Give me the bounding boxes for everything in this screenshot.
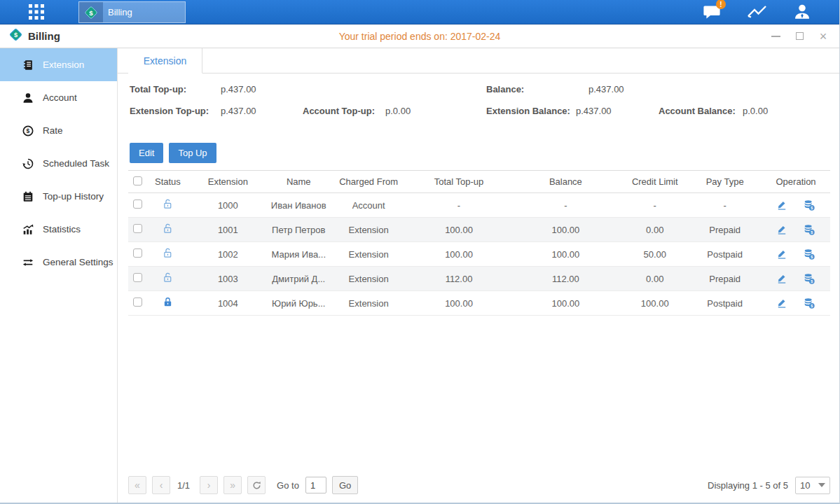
page-indicator: 1/1 bbox=[177, 480, 190, 491]
user-account-icon[interactable] bbox=[790, 2, 814, 22]
topup-coins-icon[interactable]: $ bbox=[803, 272, 815, 285]
cell-total-topup: 100.00 bbox=[408, 249, 510, 260]
dollar-circle-icon: $ bbox=[21, 125, 35, 137]
prev-page-button[interactable]: ‹ bbox=[152, 476, 170, 494]
go-button[interactable]: Go bbox=[332, 476, 358, 494]
col-balance: Balance bbox=[509, 176, 621, 187]
row-checkbox[interactable] bbox=[133, 298, 142, 307]
row-checkbox[interactable] bbox=[133, 273, 142, 282]
notification-badge: ! bbox=[716, 0, 726, 9]
lock-open-icon bbox=[148, 247, 188, 261]
topup-coins-icon[interactable]: $ bbox=[803, 223, 815, 236]
sidebar-item-statistics[interactable]: Statistics bbox=[0, 213, 117, 246]
close-button[interactable]: × bbox=[817, 30, 829, 43]
minimize-button[interactable] bbox=[769, 30, 782, 43]
refresh-icon bbox=[252, 480, 262, 491]
notepad-icon bbox=[21, 190, 35, 203]
edit-pencil-icon[interactable] bbox=[776, 298, 787, 309]
messages-icon[interactable]: ! bbox=[701, 2, 724, 22]
edit-pencil-icon[interactable] bbox=[776, 224, 787, 235]
window-titlebar: $ Billing Your trial period ends on: 201… bbox=[0, 24, 839, 48]
cell-extension: 1000 bbox=[188, 200, 268, 211]
cell-name: Иван Иванов bbox=[268, 200, 329, 211]
balance-summary: Total Top-up: p.437.00 Balance: p.437.00… bbox=[118, 74, 839, 135]
next-page-button[interactable]: › bbox=[200, 476, 218, 494]
topup-coins-icon[interactable]: $ bbox=[803, 199, 815, 211]
cell-charged-from: Extension bbox=[329, 225, 408, 235]
refresh-button[interactable] bbox=[247, 476, 266, 494]
summary-label: Account Top-up: bbox=[303, 106, 385, 116]
billing-diamond-icon: $ bbox=[79, 2, 103, 22]
topbar-right-icons: ! bbox=[701, 2, 814, 22]
edit-pencil-icon[interactable] bbox=[776, 248, 787, 260]
col-total-topup: Total Top-up bbox=[408, 176, 510, 187]
page-size-select[interactable]: 10 bbox=[795, 477, 830, 494]
edit-pencil-icon[interactable] bbox=[776, 273, 787, 284]
cell-charged-from: Extension bbox=[329, 298, 408, 309]
cell-charged-from: Extension bbox=[329, 274, 408, 284]
sidebar-label: Rate bbox=[43, 125, 63, 136]
trend-chart-icon[interactable] bbox=[745, 2, 769, 22]
maximize-button[interactable] bbox=[793, 30, 806, 43]
svg-text:$: $ bbox=[811, 304, 813, 308]
sidebar-item-scheduled-task[interactable]: Scheduled Task bbox=[0, 147, 117, 180]
topup-coins-icon[interactable]: $ bbox=[803, 248, 815, 260]
cell-charged-from: Account bbox=[329, 200, 408, 211]
col-extension: Extension bbox=[188, 176, 268, 187]
edit-pencil-icon[interactable] bbox=[776, 200, 787, 211]
cell-extension: 1004 bbox=[188, 298, 268, 309]
table-row: 1001 Петр Петров Extension 100.00 100.00… bbox=[128, 218, 830, 242]
sidebar-item-extension[interactable]: Extension bbox=[0, 48, 117, 81]
cell-total-topup: 100.00 bbox=[408, 298, 510, 309]
extension-table: Status Extension Name Charged From Total… bbox=[128, 170, 830, 316]
cell-total-topup: 112.00 bbox=[408, 274, 510, 284]
row-checkbox[interactable] bbox=[133, 224, 142, 233]
row-checkbox[interactable] bbox=[133, 248, 142, 258]
last-page-button[interactable]: » bbox=[223, 476, 242, 494]
top-up-button[interactable]: Top Up bbox=[169, 143, 216, 163]
tab-strip: Extension bbox=[118, 48, 839, 74]
lock-open-icon bbox=[148, 272, 188, 286]
app-grid-icon[interactable] bbox=[23, 2, 50, 22]
app-grid-glyph bbox=[27, 3, 46, 21]
tab-extension[interactable]: Extension bbox=[128, 48, 202, 74]
summary-label: Extension Top-up: bbox=[130, 106, 221, 116]
select-all-checkbox[interactable] bbox=[133, 176, 142, 186]
summary-value: p.437.00 bbox=[576, 106, 612, 116]
goto-page-input[interactable] bbox=[305, 477, 326, 493]
cell-credit-limit: 100.00 bbox=[621, 298, 688, 309]
taskbar-tab-billing[interactable]: $ Billing bbox=[78, 1, 186, 23]
pagination-bar: « ‹ 1/1 › » Go to Go Displaying 1 - 5 of… bbox=[118, 473, 839, 503]
svg-text:$: $ bbox=[811, 279, 813, 284]
sidebar-item-account[interactable]: Account bbox=[0, 81, 117, 114]
chevron-down-icon bbox=[818, 483, 825, 487]
summary-extension-balance: Extension Balance: p.437.00 bbox=[486, 106, 612, 116]
sidebar-item-rate[interactable]: $ Rate bbox=[0, 114, 117, 147]
billing-app-window: $ Billing ! bbox=[0, 0, 840, 504]
row-checkbox[interactable] bbox=[133, 200, 142, 209]
edit-button[interactable]: Edit bbox=[130, 143, 163, 163]
sidebar-label: Top-up History bbox=[43, 191, 104, 202]
summary-value: p.437.00 bbox=[221, 106, 256, 116]
topup-coins-icon[interactable]: $ bbox=[803, 297, 815, 309]
cell-credit-limit: - bbox=[621, 200, 688, 211]
summary-extension-topup: Extension Top-up: p.437.00 bbox=[130, 106, 256, 116]
sidebar-item-general-settings[interactable]: General Settings bbox=[0, 246, 117, 279]
col-credit-limit: Credit Limit bbox=[621, 176, 688, 187]
table-row: 1004 Юрий Юрь... Extension 100.00 100.00… bbox=[128, 291, 830, 316]
cell-name: Мария Ива... bbox=[268, 249, 329, 260]
cell-credit-limit: 50.00 bbox=[621, 249, 688, 260]
summary-account-topup: Account Top-up: p.0.00 bbox=[303, 106, 411, 116]
cell-extension: 1003 bbox=[188, 274, 268, 284]
person-icon bbox=[21, 92, 35, 104]
cell-pay-type: - bbox=[688, 200, 762, 211]
summary-value: p.437.00 bbox=[588, 84, 624, 94]
cell-credit-limit: 0.00 bbox=[621, 274, 688, 284]
lock-open-icon bbox=[148, 198, 188, 212]
sidebar-item-topup-history[interactable]: Top-up History bbox=[0, 180, 117, 213]
cell-balance: 100.00 bbox=[509, 298, 621, 309]
cell-name: Юрий Юрь... bbox=[268, 298, 329, 309]
sliders-icon bbox=[21, 256, 35, 269]
first-page-button[interactable]: « bbox=[128, 476, 146, 494]
cell-pay-type: Postpaid bbox=[688, 298, 762, 309]
